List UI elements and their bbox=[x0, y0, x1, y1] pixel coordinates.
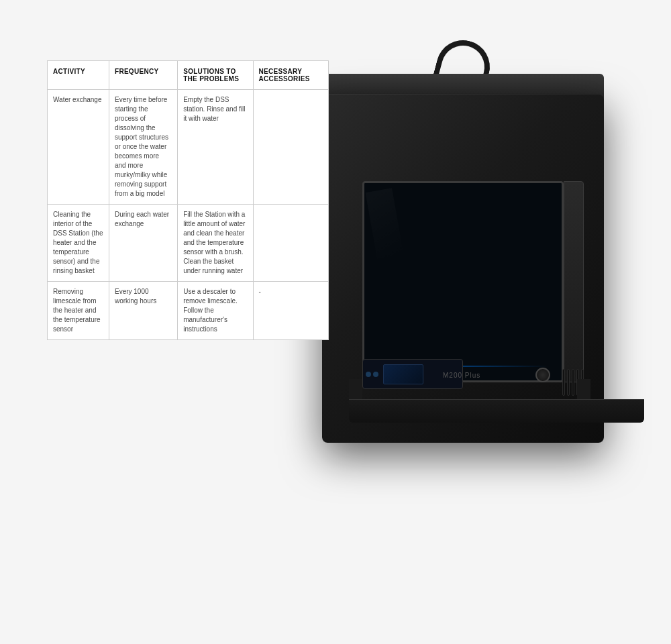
printer-power-button[interactable] bbox=[535, 368, 550, 382]
cell-solutions-2: Fill the Station with a little amount of… bbox=[178, 205, 253, 282]
cell-frequency-3: Every 1000 working hours bbox=[109, 282, 177, 340]
header-activity: ACTIVITY bbox=[48, 61, 109, 90]
vent-slot bbox=[567, 369, 570, 396]
cell-activity-1: Water exchange bbox=[48, 90, 109, 205]
table-wrapper: ACTIVITY FREQUENCY SOLUTIONS TO THE PROB… bbox=[47, 60, 329, 340]
printer-model-label: M200 Plus bbox=[443, 372, 480, 379]
window-reflection bbox=[366, 188, 404, 258]
cell-frequency-2: During each water exchange bbox=[109, 205, 177, 282]
maintenance-table: ACTIVITY FREQUENCY SOLUTIONS TO THE PROB… bbox=[47, 60, 329, 340]
table-row: Removing limescale from the heater and t… bbox=[48, 282, 329, 340]
printer-corner-br bbox=[577, 379, 590, 399]
table-row: Cleaning the interior of the DSS Station… bbox=[48, 205, 329, 282]
header-accessories: NECESSARY ACCESSORIES bbox=[253, 61, 328, 90]
cell-activity-3: Removing limescale from the heater and t… bbox=[48, 282, 109, 340]
cell-frequency-1: Every time before starting the process o… bbox=[109, 90, 177, 205]
content-area: ACTIVITY FREQUENCY SOLUTIONS TO THE PROB… bbox=[34, 34, 637, 610]
printer-right-panel bbox=[564, 181, 584, 382]
cell-solutions-3: Use a descaler to remove limescale. Foll… bbox=[178, 282, 253, 340]
control-screen bbox=[383, 364, 423, 384]
cell-accessories-1 bbox=[253, 90, 328, 205]
cell-accessories-3: - bbox=[253, 282, 328, 340]
table-row: Water exchange Every time before startin… bbox=[48, 90, 329, 205]
vent-slot bbox=[562, 369, 565, 396]
header-frequency: FREQUENCY bbox=[109, 61, 177, 90]
header-solutions: SOLUTIONS TO THE PROBLEMS bbox=[178, 61, 253, 90]
printer-window bbox=[362, 181, 564, 382]
page-container: ACTIVITY FREQUENCY SOLUTIONS TO THE PROB… bbox=[0, 0, 671, 644]
cell-activity-2: Cleaning the interior of the DSS Station… bbox=[48, 205, 109, 282]
printer-base bbox=[349, 399, 644, 423]
control-indicator bbox=[366, 372, 371, 377]
control-indicator bbox=[373, 372, 378, 377]
printer-corner-bl bbox=[349, 379, 362, 399]
printer-illustration: zortrax M200 Plus bbox=[289, 40, 658, 510]
cell-accessories-2 bbox=[253, 205, 328, 282]
cell-solutions-1: Empty the DSS station. Rinse and fill it… bbox=[178, 90, 253, 205]
vent-slot bbox=[572, 369, 574, 396]
printer-body: zortrax M200 Plus bbox=[322, 94, 604, 443]
